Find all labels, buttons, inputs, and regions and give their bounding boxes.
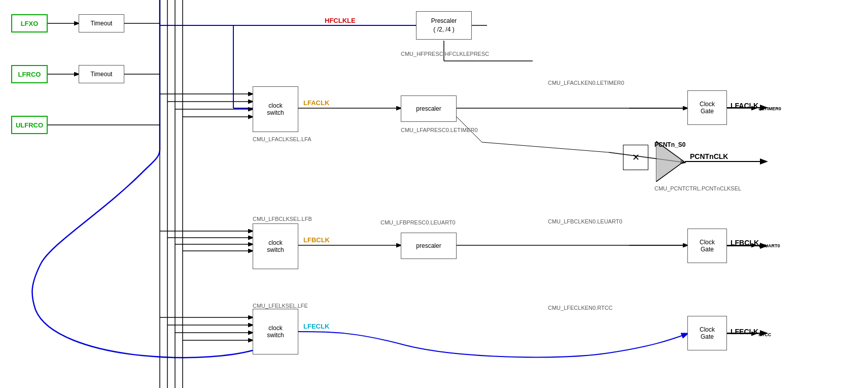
- clock-gate-3-label: ClockGate: [700, 326, 715, 340]
- lfrco-label: LFRCO: [18, 71, 41, 78]
- lfaclk-out-label: LFACLKLETIMER0: [731, 102, 781, 111]
- clock-switch-lfa: clockswitch: [253, 86, 298, 132]
- lfeclk-out-label: LFECLKRTCC: [731, 328, 771, 337]
- lfbclk-out-label: LFBCLKLEUART0: [731, 239, 780, 248]
- prescaler-lfb-label: prescaler: [416, 242, 441, 249]
- prescaler-lfa-label: prescaler: [416, 105, 441, 112]
- timeout1-label: Timeout: [91, 20, 113, 27]
- ulfrco-label: ULFRCO: [16, 121, 43, 129]
- cmu-hfpresc-label: CMU_HFPRESC.HFCLKLEPRESC: [401, 51, 489, 57]
- prescaler-lfb: prescaler: [401, 233, 457, 259]
- lfrco-box: LFRCO: [11, 65, 48, 83]
- cmu-lfbclksel-label: CMU_LFBCLKSEL.LFB: [253, 216, 312, 222]
- clock-gate-2: ClockGate: [687, 229, 727, 263]
- clock-gate-2-label: ClockGate: [700, 239, 715, 253]
- clock-switch-lfe: clockswitch: [253, 309, 298, 354]
- clock-gate-1-label: ClockGate: [700, 101, 715, 115]
- pcntn-s0-box: ✕: [623, 145, 648, 170]
- cmu-lfeclken-label: CMU_LFECLKEN0.RTCC: [548, 305, 613, 311]
- clock-switch-lfe-label: clockswitch: [267, 325, 284, 339]
- lfeclk-label: LFECLK: [303, 322, 329, 330]
- lfaclk-label: LFACLK: [303, 99, 329, 107]
- hfclkle-label: HFCLKLE: [325, 17, 356, 24]
- cmu-lfaclken-label: CMU_LFACLKEN0.LETIMER0: [548, 80, 624, 86]
- prescaler-lfa: prescaler: [401, 95, 457, 122]
- lfbclk-label: LFBCLK: [303, 236, 330, 244]
- clock-diagram: LFXO LFRCO ULFRCO Timeout Timeout Presca…: [0, 0, 868, 388]
- svg-line-32: [482, 142, 609, 152]
- lfxo-box: LFXO: [11, 14, 48, 33]
- timeout2-box: Timeout: [79, 65, 124, 83]
- ulfrco-box: ULFRCO: [11, 116, 48, 134]
- cmu-lfbpresc-label: CMU_LFBPRESC0.LEUART0: [380, 219, 456, 225]
- cmu-lfapresc-label: CMU_LFAPRESC0.LETIMER0: [401, 127, 478, 133]
- timeout1-box: Timeout: [79, 14, 124, 33]
- lfxo-label: LFXO: [21, 20, 39, 27]
- pcntn-s0-symbol: ✕: [632, 152, 640, 163]
- clock-switch-lfb: clockswitch: [253, 223, 298, 269]
- pcntclk-out-label: PCNTnCLK: [690, 152, 728, 160]
- clock-switch-lfb-label: clockswitch: [267, 239, 284, 253]
- cmu-pcntctrl-label: CMU_PCNTCTRL.PCNTnCLKSEL: [654, 185, 741, 191]
- clock-gate-3: ClockGate: [687, 316, 727, 350]
- cmu-lfelksel-label: CMU_LFELKSEL.LFE: [253, 303, 308, 309]
- pcntn-s0-label: PCNTn_S0: [654, 141, 685, 148]
- timeout2-label: Timeout: [91, 71, 113, 78]
- cmu-lfbclken-label: CMU_LFBCLKEN0.LEUART0: [548, 218, 622, 224]
- prescaler-hf-box: Prescaler( /2, /4 ): [416, 11, 472, 40]
- cmu-lfaclksel-label: CMU_LFACLKSEL.LFA: [253, 136, 311, 142]
- prescaler-hf-label: Prescaler( /2, /4 ): [431, 17, 457, 34]
- clock-gate-1: ClockGate: [687, 90, 727, 125]
- clock-switch-lfa-label: clockswitch: [267, 102, 284, 116]
